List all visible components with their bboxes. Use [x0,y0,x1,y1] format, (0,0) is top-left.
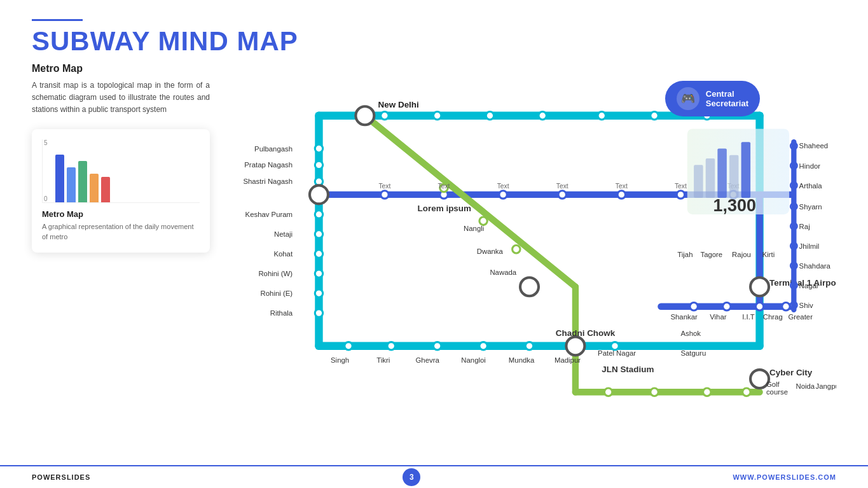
metro-map-svg: Text Text Text Text Text Text Text New D… [223,63,836,445]
svg-text:Jangpura: Jangpura [816,382,837,390]
left-panel: Metro Map A transit map is a topological… [32,63,210,445]
page-footer: POWERSLIDES 3 WWW.POWERSLIDES.COM [0,465,868,488]
svg-text:Nangloi: Nangloi [461,356,486,364]
svg-rect-128 [717,148,726,198]
svg-point-48 [604,388,612,396]
svg-point-28 [433,342,441,350]
central-badge-line1: Central [706,89,748,99]
svg-text:Nawada: Nawada [490,268,516,276]
page-title: SUBWAY MIND MAP [32,26,836,57]
svg-text:1,300: 1,300 [713,196,756,215]
header-accent-line [32,19,83,21]
main-content: Metro Map A transit map is a topological… [0,63,868,445]
chart-label-bottom: 0 [44,195,48,202]
svg-point-42 [755,303,763,310]
svg-point-17 [315,289,322,297]
svg-point-18 [315,309,322,317]
svg-text:Tagore: Tagore [700,251,722,258]
svg-line-5 [365,116,575,287]
svg-point-46 [513,246,520,253]
svg-text:Cyber City: Cyber City [769,368,813,377]
title-black: SUBWAY MIND [32,26,237,56]
svg-text:Shastri Nagash: Shastri Nagash [243,178,293,185]
svg-point-20 [433,112,441,120]
footer-page-number: 3 [403,468,420,486]
footer-brand-left: POWERSLIDES [32,473,90,481]
svg-text:Nangli: Nangli [464,225,484,232]
svg-point-11 [315,161,322,169]
svg-point-30 [525,342,533,350]
bar-5 [101,177,110,202]
svg-text:Pulbangash: Pulbangash [254,145,293,153]
svg-text:Text: Text [497,183,509,190]
svg-text:Shahdara: Shahdara [799,262,831,270]
metro-map-container: Text Text Text Text Text Text Text New D… [223,63,836,445]
svg-text:Chrag: Chrag [763,313,783,321]
svg-text:Rithala: Rithala [270,309,293,317]
svg-text:Rajou: Rajou [732,251,751,258]
svg-point-23 [598,112,605,120]
svg-text:Tikri: Tikri [376,356,390,364]
svg-text:Shankar: Shankar [670,313,698,321]
svg-point-27 [387,342,395,350]
svg-point-14 [315,230,322,238]
svg-point-26 [345,342,352,350]
svg-point-49 [651,388,658,396]
footer-brand-right: WWW.POWERSLIDES.COM [733,473,836,481]
svg-point-38 [677,191,684,199]
svg-text:Vihar: Vihar [710,313,727,321]
svg-text:Arthala: Arthala [799,182,823,190]
svg-point-51 [743,388,750,396]
svg-text:Hindor: Hindor [799,162,821,170]
svg-text:New Delhi: New Delhi [378,100,419,109]
svg-text:Satguru: Satguru [680,349,706,357]
svg-text:Greater: Greater [788,313,813,321]
bar-chart: 5 0 [42,139,200,203]
svg-text:Text: Text [556,183,568,190]
svg-text:Kohat: Kohat [273,250,293,258]
svg-text:Keshav Puram: Keshav Puram [245,211,293,218]
svg-text:Netaji: Netaji [274,230,293,238]
section-description: A transit map is a topological map in th… [32,80,210,116]
svg-point-22 [539,112,546,120]
svg-text:Text: Text [378,183,390,190]
svg-point-16 [315,270,322,277]
svg-point-10 [315,144,322,152]
central-badge-text: Central Secretariat [706,89,748,108]
svg-text:Tijah: Tijah [677,251,692,258]
title-blue: MAP [237,26,298,56]
svg-text:Singh: Singh [331,356,349,364]
svg-point-43 [782,303,790,310]
svg-point-15 [315,250,322,258]
svg-point-19 [381,112,389,120]
svg-point-55 [750,277,769,296]
svg-point-13 [315,211,322,218]
svg-text:I.I.T: I.I.T [742,313,755,321]
svg-rect-130 [741,142,750,198]
svg-text:Chadni Chowk: Chadni Chowk [556,328,616,338]
svg-text:Golf: Golf [766,380,780,388]
svg-text:Madipur: Madipur [555,356,581,364]
svg-point-37 [617,191,625,199]
svg-text:Mundka: Mundka [509,356,535,364]
svg-text:course: course [766,388,788,396]
svg-text:Kirti: Kirti [762,251,775,258]
svg-text:Noida: Noida [796,382,815,390]
svg-point-50 [703,388,711,396]
svg-rect-126 [694,165,703,198]
bar-3 [78,161,87,202]
svg-text:Rohini (W): Rohini (W) [258,270,293,277]
page-header: SUBWAY MIND MAP [0,0,868,63]
central-badge-line2: Secretariat [706,99,748,108]
chart-label-top: 5 [44,139,48,146]
svg-point-53 [310,185,328,204]
svg-text:Patel Nagar: Patel Nagar [598,349,636,357]
svg-text:Ghevra: Ghevra [416,356,440,364]
svg-rect-129 [729,155,738,198]
svg-point-40 [690,303,698,310]
svg-text:Nagar: Nagar [799,282,819,289]
svg-text:Raj: Raj [799,223,810,230]
svg-text:Dwanka: Dwanka [477,247,504,255]
central-secretariat-badge: 🎮 Central Secretariat [665,81,760,116]
svg-text:Shaheed: Shaheed [799,142,828,150]
